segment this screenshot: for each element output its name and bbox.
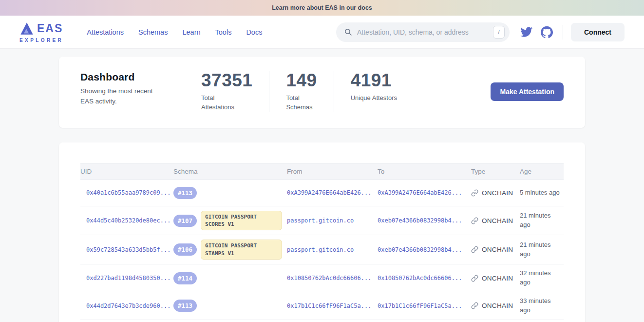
stat-value: 149	[286, 71, 317, 89]
main-nav: Attestations Schemas Learn Tools Docs	[87, 28, 262, 36]
logo-subtitle: EXPLORER	[19, 38, 63, 43]
table-column-header: From	[287, 168, 378, 175]
to-cell[interactable]: 0xA399A2476E664abE426...	[378, 189, 471, 196]
dashboard-card: Dashboard Showing the most recent EAS ac…	[59, 57, 585, 128]
main-content: Dashboard Showing the most recent EAS ac…	[0, 49, 644, 322]
table-body: 0x40a1c6b55aaa9789c09... #113 0xA399A247…	[80, 180, 564, 322]
schema-cell: #113	[173, 187, 287, 199]
chain-link-icon	[471, 302, 478, 309]
type-label: ONCHAIN	[482, 275, 513, 282]
make-attestation-button[interactable]: Make Attestation	[491, 82, 564, 101]
to-cell[interactable]: 0x17b1C1c66fF96F1aC5a...	[378, 302, 471, 309]
type-cell: ONCHAIN	[471, 246, 520, 253]
schema-id-pill[interactable]: #106	[173, 243, 197, 256]
logo-title: EAS	[37, 23, 63, 34]
github-icon[interactable]	[541, 26, 553, 38]
schema-cell: #106 GITCOIN PASSPORT STAMPS V1	[173, 240, 287, 260]
twitter-icon[interactable]	[520, 26, 532, 38]
page-title: Dashboard	[80, 71, 174, 83]
slash-shortcut-badge: /	[493, 26, 505, 39]
stat-block: 4191 Unique Attestors	[334, 71, 414, 105]
schema-cell: #113	[173, 300, 287, 312]
uid-cell[interactable]: 0x44d2d7643e7b3cde960...	[80, 302, 173, 309]
chain-link-icon	[471, 217, 478, 224]
chain-link-icon	[471, 246, 478, 253]
social-links	[520, 26, 553, 38]
chain-link-icon	[471, 275, 478, 282]
age-cell: 21 minutes ago	[520, 241, 565, 259]
uid-cell[interactable]: 0xd227bad1198d4580350...	[80, 275, 173, 282]
dashboard-heading-block: Dashboard Showing the most recent EAS ac…	[80, 71, 174, 107]
nav-link[interactable]: Schemas	[138, 28, 168, 36]
nav-link[interactable]: Tools	[215, 28, 232, 36]
from-cell[interactable]: 0xA399A2476E664abE426...	[287, 189, 378, 196]
nav-link[interactable]: Learn	[182, 28, 200, 36]
type-cell: ONCHAIN	[471, 302, 520, 309]
connect-button[interactable]: Connect	[571, 23, 625, 41]
type-cell: ONCHAIN	[471, 217, 520, 224]
schema-cell: #114	[173, 272, 287, 284]
table-row[interactable]: 0x40a1c6b55aaa9789c09... #113 0xA399A247…	[80, 180, 564, 206]
attestations-table: UID Schema From To Type Age 0x40a1c6b55a…	[80, 163, 564, 322]
type-label: ONCHAIN	[482, 246, 513, 253]
schema-id-pill[interactable]: #107	[173, 215, 197, 227]
table-header-row: UID Schema From To Type Age	[80, 163, 564, 180]
page-subtitle: Showing the most recent EAS activity.	[80, 86, 167, 107]
uid-cell[interactable]: 0x59c728543a633d5bb5f...	[80, 246, 173, 253]
eas-triangle-icon	[19, 21, 34, 36]
from-cell[interactable]: 0x10850762bAc0dc66606...	[287, 275, 378, 282]
table-column-header: To	[378, 168, 471, 175]
to-cell[interactable]: 0xeb07e4366b0832998b4...	[378, 217, 471, 224]
to-cell[interactable]: 0x10850762bAc0dc66606...	[378, 275, 471, 282]
schema-id-pill[interactable]: #114	[173, 272, 197, 284]
stat-label: Unique Attestors	[351, 94, 397, 103]
schema-id-pill[interactable]: #113	[173, 187, 197, 199]
age-cell: 32 minutes ago	[520, 269, 565, 287]
promo-banner-link[interactable]: Learn more about EAS in our docs	[272, 4, 372, 11]
promo-banner: Learn more about EAS in our docs	[0, 0, 644, 16]
schema-name-badge[interactable]: GITCOIN PASSPORT SCORES V1	[201, 211, 282, 231]
table-column-header: Type	[471, 168, 520, 175]
attestations-table-card: UID Schema From To Type Age 0x40a1c6b55a…	[59, 142, 585, 322]
stat-label: Total Schemas	[286, 94, 317, 112]
schema-id-pill[interactable]: #113	[173, 300, 197, 312]
table-row[interactable]: 0x59c728543a633d5bb5f... #106 GITCOIN PA…	[80, 235, 564, 264]
table-row[interactable]: 0xcfc68a268e8ec9260a8... #107 GITCOIN PA…	[80, 320, 564, 322]
table-column-header: Age	[520, 168, 564, 175]
from-cell[interactable]: passport.gitcoin.co	[287, 246, 378, 253]
type-label: ONCHAIN	[482, 217, 513, 224]
age-cell: 5 minutes ago	[520, 188, 565, 198]
table-row[interactable]: 0x44d2d7643e7b3cde960... #113 0x17b1C1c6…	[80, 292, 564, 320]
header-divider	[563, 25, 563, 40]
table-row[interactable]: 0x44d5c40b25320de80ec... #107 GITCOIN PA…	[80, 206, 564, 236]
stat-label: Total Attestations	[201, 94, 252, 112]
nav-link[interactable]: Docs	[246, 28, 262, 36]
stats-row: 37351 Total Attestations 149 Total Schem…	[185, 71, 414, 112]
uid-cell[interactable]: 0x44d5c40b25320de80ec...	[80, 217, 173, 224]
nav-link[interactable]: Attestations	[87, 28, 124, 36]
age-cell: 33 minutes ago	[520, 297, 565, 315]
search-bar[interactable]: /	[336, 22, 510, 42]
to-cell[interactable]: 0xeb07e4366b0832998b4...	[378, 246, 471, 253]
type-cell: ONCHAIN	[471, 275, 520, 282]
chain-link-icon	[471, 189, 478, 197]
type-label: ONCHAIN	[482, 189, 513, 197]
logo-row: EAS	[19, 21, 63, 36]
from-cell[interactable]: 0x17b1C1c66fF96F1aC5a...	[287, 302, 378, 309]
stat-block: 149 Total Schemas	[269, 71, 334, 112]
age-cell: 21 minutes ago	[520, 211, 565, 230]
type-cell: ONCHAIN	[471, 189, 520, 197]
schema-name-badge[interactable]: GITCOIN PASSPORT STAMPS V1	[201, 240, 282, 260]
header: EAS EXPLORER Attestations Schemas Learn …	[0, 16, 644, 49]
table-row[interactable]: 0xd227bad1198d4580350... #114 0x10850762…	[80, 264, 564, 292]
schema-cell: #107 GITCOIN PASSPORT SCORES V1	[173, 211, 287, 231]
from-cell[interactable]: passport.gitcoin.co	[287, 217, 378, 224]
eas-logo[interactable]: EAS EXPLORER	[19, 21, 63, 43]
uid-cell[interactable]: 0x40a1c6b55aaa9789c09...	[80, 189, 173, 196]
stat-value: 4191	[351, 71, 397, 89]
table-column-header: Schema	[173, 168, 287, 175]
stat-value: 37351	[201, 71, 252, 89]
search-input[interactable]	[357, 28, 493, 36]
table-column-header: UID	[80, 168, 173, 175]
stat-block: 37351 Total Attestations	[185, 71, 269, 112]
